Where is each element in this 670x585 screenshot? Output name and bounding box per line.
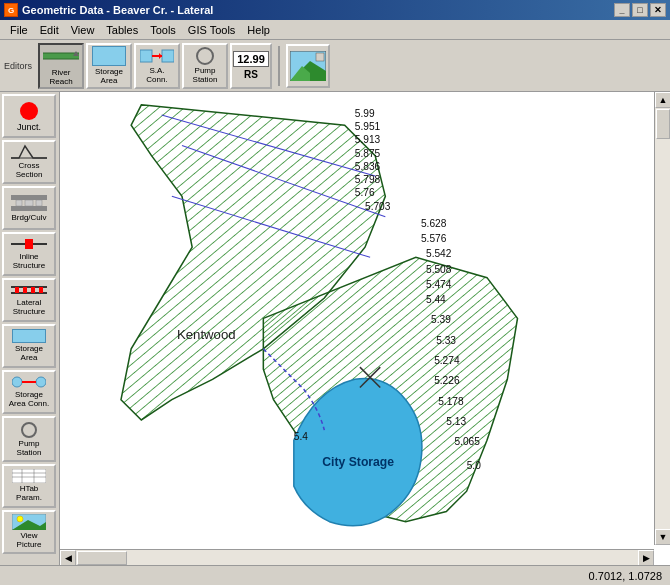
sidebar-junct-button[interactable]: Junct. — [2, 94, 56, 138]
htab-param-label: HTabParam. — [16, 485, 42, 503]
svg-text:5.44: 5.44 — [426, 294, 446, 305]
svg-text:5.0: 5.0 — [467, 460, 481, 471]
sidebar-lateral-structure-button[interactable]: LateralStructure — [2, 278, 56, 322]
storage-area-button[interactable]: StorageArea — [86, 43, 132, 89]
svg-rect-24 — [23, 287, 27, 293]
svg-text:5.951: 5.951 — [355, 121, 381, 132]
junct-label: Junct. — [17, 122, 41, 132]
svg-text:5.542: 5.542 — [426, 248, 452, 259]
storage-area-small-icon — [12, 329, 46, 343]
menu-bar: File Edit View Tables Tools GIS Tools He… — [0, 20, 670, 40]
svg-text:5.508: 5.508 — [426, 264, 452, 275]
svg-rect-25 — [31, 287, 35, 293]
sa-conn-button[interactable]: S.A.Conn. — [134, 43, 180, 89]
sidebar-htab-param-button[interactable]: HTabParam. — [2, 464, 56, 508]
scroll-h-thumb[interactable] — [77, 551, 127, 565]
menu-view[interactable]: View — [65, 22, 101, 38]
svg-text:5.474: 5.474 — [426, 279, 452, 290]
svg-text:5.76: 5.76 — [355, 187, 375, 198]
scroll-h-track[interactable] — [76, 550, 638, 565]
rs-label: RS — [244, 69, 258, 80]
svg-rect-15 — [16, 200, 22, 206]
svg-rect-23 — [15, 287, 19, 293]
sidebar-view-picture-button[interactable]: ViewPicture — [2, 510, 56, 554]
menu-help[interactable]: Help — [241, 22, 276, 38]
cross-section-label: CrossSection — [16, 162, 43, 180]
sidebar-inline-structure-button[interactable]: InlineStructure — [2, 232, 56, 276]
window-title: Geometric Data - Beaver Cr. - Lateral — [22, 4, 213, 16]
pump-station-button[interactable]: PumpStation — [182, 43, 228, 89]
svg-text:5.39: 5.39 — [431, 314, 451, 325]
inline-structure-icon — [11, 237, 47, 251]
maximize-button[interactable]: □ — [632, 3, 648, 17]
menu-tables[interactable]: Tables — [100, 22, 144, 38]
view-picture-label: ViewPicture — [17, 532, 42, 550]
scroll-up-button[interactable]: ▲ — [655, 92, 670, 108]
river-reach-button[interactable]: RiverReach — [38, 43, 84, 89]
main-canvas[interactable]: Kentwood City Storage 5.99 5.951 5.913 5… — [60, 92, 670, 565]
svg-text:5.178: 5.178 — [438, 396, 464, 407]
svg-rect-16 — [25, 200, 33, 206]
sidebar-pump-station-button[interactable]: PumpStation — [2, 416, 56, 462]
sidebar-storage-area-conn-button[interactable]: StorageArea Conn. — [2, 370, 56, 414]
cross-section-icon — [11, 144, 47, 160]
svg-rect-11 — [316, 53, 324, 61]
sa-conn-label: S.A.Conn. — [146, 67, 167, 85]
vertical-scrollbar[interactable]: ▲ ▼ — [654, 92, 670, 545]
inline-structure-label: InlineStructure — [13, 253, 45, 271]
scroll-down-button[interactable]: ▼ — [655, 529, 670, 545]
junct-icon — [20, 102, 38, 120]
svg-rect-13 — [11, 195, 47, 200]
coordinates-display: 0.7012, 1.0728 — [589, 570, 662, 582]
toolbar: Editors RiverReach StorageArea — [0, 40, 670, 92]
sidebar-brdg-culv-button[interactable]: Brdg/Culv — [2, 186, 56, 230]
svg-text:5.875: 5.875 — [355, 148, 381, 159]
scroll-right-button[interactable]: ▶ — [638, 550, 654, 565]
svg-rect-4 — [140, 50, 152, 62]
svg-text:5.703: 5.703 — [365, 201, 391, 212]
svg-text:5.913: 5.913 — [355, 134, 381, 145]
brdg-culv-icon — [11, 195, 47, 211]
scroll-v-track[interactable] — [655, 108, 670, 529]
main-layout: Junct. CrossSection Brdg/ — [0, 92, 670, 565]
svg-rect-5 — [162, 50, 174, 62]
svg-text:5.576: 5.576 — [421, 233, 447, 244]
svg-text:5.226: 5.226 — [434, 375, 460, 386]
canvas-area: Kentwood City Storage 5.99 5.951 5.913 5… — [60, 92, 670, 565]
minimize-button[interactable]: _ — [614, 3, 630, 17]
storage-area-conn-label: StorageArea Conn. — [9, 391, 49, 409]
scroll-v-thumb[interactable] — [656, 109, 670, 139]
svg-text:5.4: 5.4 — [294, 431, 308, 442]
menu-gis-tools[interactable]: GIS Tools — [182, 22, 242, 38]
kentwood-label: Kentwood — [177, 327, 236, 342]
storage-area-label: StorageArea — [95, 68, 123, 86]
svg-rect-20 — [25, 239, 33, 249]
map-view-button[interactable] — [286, 44, 330, 88]
sidebar-storage-area-button[interactable]: StorageArea — [2, 324, 56, 368]
editors-label: Editors — [4, 61, 32, 71]
svg-text:5.628: 5.628 — [421, 218, 447, 229]
htab-param-icon — [12, 469, 46, 483]
pump-station-label: PumpStation — [193, 67, 218, 85]
river-reach-label: RiverReach — [49, 69, 72, 87]
close-button[interactable]: ✕ — [650, 3, 666, 17]
rs-button[interactable]: 12.99 RS — [230, 43, 272, 89]
pump-station-sidebar-label: PumpStation — [17, 440, 42, 458]
svg-rect-30 — [12, 469, 46, 483]
svg-text:5.798: 5.798 — [355, 174, 381, 185]
menu-file[interactable]: File — [4, 22, 34, 38]
lateral-structure-icon — [11, 283, 47, 297]
title-bar-left: G Geometric Data - Beaver Cr. - Lateral — [4, 3, 213, 17]
storage-area-conn-icon — [12, 375, 46, 389]
sidebar: Junct. CrossSection Brdg/ — [0, 92, 60, 565]
svg-text:5.274: 5.274 — [434, 355, 460, 366]
horizontal-scrollbar[interactable]: ◀ ▶ — [60, 549, 654, 565]
city-storage-label: City Storage — [322, 455, 394, 469]
svg-text:5.13: 5.13 — [446, 416, 466, 427]
scroll-left-button[interactable]: ◀ — [60, 550, 76, 565]
menu-edit[interactable]: Edit — [34, 22, 65, 38]
title-buttons[interactable]: _ □ ✕ — [614, 3, 666, 17]
menu-tools[interactable]: Tools — [144, 22, 182, 38]
svg-rect-26 — [39, 287, 43, 293]
sidebar-cross-section-button[interactable]: CrossSection — [2, 140, 56, 184]
